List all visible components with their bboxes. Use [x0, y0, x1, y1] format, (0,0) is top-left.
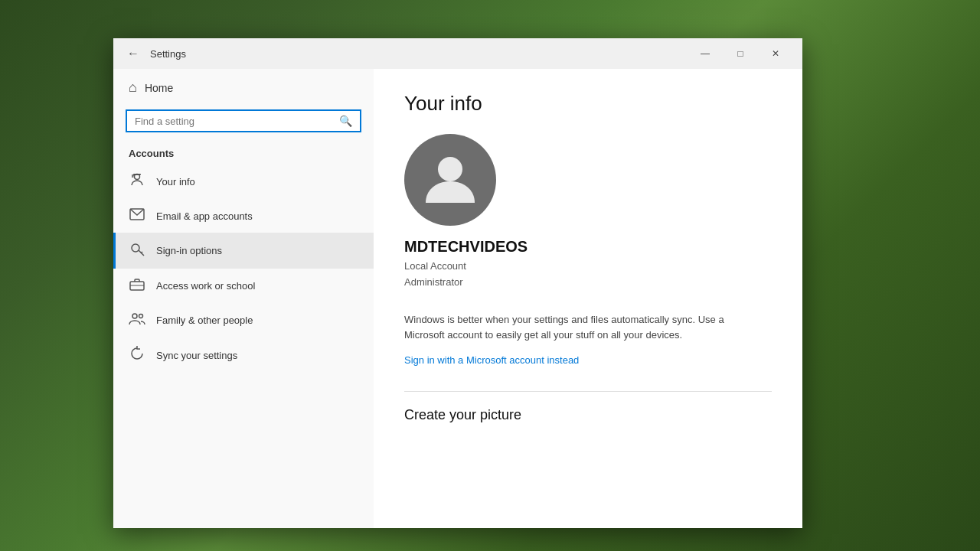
- person-icon: [129, 172, 145, 191]
- user-role-line2: Administrator: [404, 275, 463, 291]
- maximize-button[interactable]: □: [723, 41, 758, 66]
- home-label: Home: [145, 82, 173, 94]
- group-icon: [129, 311, 145, 329]
- sync-settings-label: Sync your settings: [156, 350, 237, 361]
- create-picture-heading: Create your picture: [404, 391, 772, 423]
- settings-window: ← Settings — □ ✕ ⌂ Home 🔍 Account: [113, 38, 802, 528]
- title-bar: ← Settings — □ ✕: [113, 38, 802, 69]
- sign-in-options-label: Sign-in options: [156, 245, 222, 256]
- search-container: 🔍: [113, 106, 374, 142]
- back-button[interactable]: ←: [122, 43, 144, 64]
- home-nav-item[interactable]: ⌂ Home: [113, 69, 374, 106]
- avatar-section: MDTECHVIDEOS Local Account Administrator: [404, 134, 772, 291]
- svg-point-12: [438, 157, 462, 181]
- sidebar-item-sync-settings[interactable]: Sync your settings: [113, 337, 374, 373]
- key-icon: [129, 241, 145, 260]
- user-role-line1: Local Account: [404, 259, 466, 275]
- accounts-section-heading: Accounts: [113, 142, 374, 164]
- user-name: MDTECHVIDEOS: [404, 238, 528, 256]
- minimize-button[interactable]: —: [688, 41, 723, 66]
- sidebar-item-family-other-people[interactable]: Family & other people: [113, 303, 374, 337]
- sync-message: Windows is better when your settings and…: [404, 312, 741, 344]
- email-app-accounts-label: Email & app accounts: [156, 210, 253, 222]
- svg-point-11: [139, 315, 143, 318]
- window-title: Settings: [150, 48, 688, 60]
- svg-point-10: [132, 314, 137, 318]
- search-box: 🔍: [126, 109, 361, 132]
- search-icon: 🔍: [339, 115, 352, 127]
- sync-icon: [129, 346, 145, 365]
- your-info-label: Your info: [156, 176, 195, 187]
- microsoft-account-link[interactable]: Sign in with a Microsoft account instead: [404, 354, 579, 366]
- window-body: ⌂ Home 🔍 Accounts: [113, 69, 802, 528]
- page-title: Your info: [404, 92, 772, 116]
- sidebar-item-sign-in-options[interactable]: Sign-in options: [113, 233, 374, 269]
- avatar-person-icon: [420, 148, 481, 212]
- sidebar-item-your-info[interactable]: Your info: [113, 164, 374, 200]
- window-controls: — □ ✕: [688, 41, 793, 66]
- email-icon: [129, 208, 145, 224]
- avatar: [404, 134, 496, 226]
- access-work-school-label: Access work or school: [156, 280, 255, 292]
- sidebar: ⌂ Home 🔍 Accounts: [113, 69, 374, 528]
- search-input[interactable]: [135, 116, 339, 127]
- sidebar-item-email-app-accounts[interactable]: Email & app accounts: [113, 200, 374, 233]
- main-content: Your info MDTECHVIDEOS Local Account Adm…: [374, 69, 802, 528]
- sidebar-item-access-work-school[interactable]: Access work or school: [113, 269, 374, 303]
- family-other-people-label: Family & other people: [156, 315, 253, 326]
- briefcase-icon: [129, 277, 145, 295]
- close-button[interactable]: ✕: [758, 41, 793, 66]
- home-icon: ⌂: [129, 80, 137, 96]
